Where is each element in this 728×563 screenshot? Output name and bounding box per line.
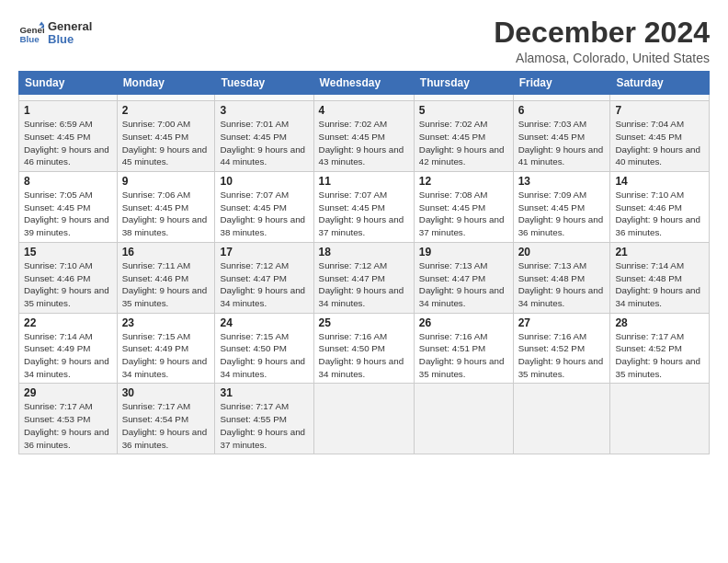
table-cell: 29 Sunrise: 7:17 AMSunset: 4:53 PMDaylig… xyxy=(19,384,118,454)
table-cell: 26 Sunrise: 7:16 AMSunset: 4:51 PMDaylig… xyxy=(414,313,513,384)
day-info: Sunrise: 7:01 AMSunset: 4:45 PMDaylight:… xyxy=(220,119,305,167)
table-cell: 31 Sunrise: 7:17 AMSunset: 4:55 PMDaylig… xyxy=(215,384,313,454)
day-number: 28 xyxy=(615,316,704,329)
day-number: 3 xyxy=(220,104,308,117)
month-title: December 2024 xyxy=(494,17,710,49)
day-info: Sunrise: 7:02 AMSunset: 4:45 PMDaylight:… xyxy=(319,119,404,167)
day-number: 16 xyxy=(122,246,210,259)
day-number: 7 xyxy=(615,104,704,117)
table-cell: 27 Sunrise: 7:16 AMSunset: 4:52 PMDaylig… xyxy=(513,313,610,384)
title-block: December 2024 Alamosa, Colorado, United … xyxy=(494,17,710,65)
col-wednesday: Wednesday xyxy=(313,72,414,95)
day-number: 5 xyxy=(419,104,508,117)
svg-text:Blue: Blue xyxy=(19,34,40,44)
day-number: 21 xyxy=(615,246,704,259)
day-number: 15 xyxy=(24,246,112,259)
day-info: Sunrise: 7:10 AMSunset: 4:46 PMDaylight:… xyxy=(615,190,700,237)
table-cell: 20 Sunrise: 7:13 AMSunset: 4:48 PMDaylig… xyxy=(513,242,610,313)
table-row: 29 Sunrise: 7:17 AMSunset: 4:53 PMDaylig… xyxy=(19,384,710,454)
table-cell: 23 Sunrise: 7:15 AMSunset: 4:49 PMDaylig… xyxy=(117,313,215,384)
day-info: Sunrise: 7:02 AMSunset: 4:45 PMDaylight:… xyxy=(419,119,505,167)
calendar-table: Sunday Monday Tuesday Wednesday Thursday… xyxy=(18,71,710,454)
table-cell: 11 Sunrise: 7:07 AMSunset: 4:45 PMDaylig… xyxy=(313,172,414,243)
day-info: Sunrise: 7:11 AMSunset: 4:46 PMDaylight:… xyxy=(122,260,208,308)
location-subtitle: Alamosa, Colorado, United States xyxy=(494,51,710,65)
day-number: 17 xyxy=(220,246,308,259)
day-number: 12 xyxy=(419,175,508,188)
table-cell: 9 Sunrise: 7:06 AMSunset: 4:45 PMDayligh… xyxy=(117,172,215,243)
table-cell xyxy=(313,95,414,101)
day-info: Sunrise: 7:00 AMSunset: 4:45 PMDaylight:… xyxy=(122,119,208,167)
day-number: 24 xyxy=(220,316,308,329)
day-number: 8 xyxy=(24,175,112,188)
table-cell xyxy=(414,95,513,101)
day-info: Sunrise: 7:12 AMSunset: 4:47 PMDaylight:… xyxy=(220,260,305,308)
svg-marker-2 xyxy=(39,22,44,26)
logo-text-line2: Blue xyxy=(48,33,92,46)
day-info: Sunrise: 7:05 AMSunset: 4:45 PMDaylight:… xyxy=(24,190,109,237)
logo-text-line1: General xyxy=(48,20,92,33)
day-info: Sunrise: 7:14 AMSunset: 4:48 PMDaylight:… xyxy=(615,260,700,308)
day-number: 2 xyxy=(122,104,210,117)
day-number: 30 xyxy=(122,386,210,399)
day-info: Sunrise: 7:15 AMSunset: 4:50 PMDaylight:… xyxy=(220,331,305,379)
table-cell xyxy=(513,95,610,101)
day-number: 13 xyxy=(518,175,606,188)
day-info: Sunrise: 7:07 AMSunset: 4:45 PMDaylight:… xyxy=(319,190,404,237)
day-info: Sunrise: 7:17 AMSunset: 4:54 PMDaylight:… xyxy=(122,401,208,449)
table-cell xyxy=(215,95,313,101)
table-cell: 19 Sunrise: 7:13 AMSunset: 4:47 PMDaylig… xyxy=(414,242,513,313)
table-cell: 5 Sunrise: 7:02 AMSunset: 4:45 PMDayligh… xyxy=(414,101,513,172)
table-cell xyxy=(513,384,610,454)
table-cell: 30 Sunrise: 7:17 AMSunset: 4:54 PMDaylig… xyxy=(117,384,215,454)
day-number: 4 xyxy=(319,104,409,117)
table-cell: 3 Sunrise: 7:01 AMSunset: 4:45 PMDayligh… xyxy=(215,101,313,172)
table-cell xyxy=(313,384,414,454)
day-info: Sunrise: 7:07 AMSunset: 4:45 PMDaylight:… xyxy=(220,190,305,237)
table-row: 15 Sunrise: 7:10 AMSunset: 4:46 PMDaylig… xyxy=(19,242,710,313)
day-info: Sunrise: 7:17 AMSunset: 4:55 PMDaylight:… xyxy=(220,401,305,449)
col-thursday: Thursday xyxy=(414,72,513,95)
table-cell: 1 Sunrise: 6:59 AMSunset: 4:45 PMDayligh… xyxy=(19,101,118,172)
table-cell: 18 Sunrise: 7:12 AMSunset: 4:47 PMDaylig… xyxy=(313,242,414,313)
day-info: Sunrise: 7:06 AMSunset: 4:45 PMDaylight:… xyxy=(122,190,208,237)
day-info: Sunrise: 7:03 AMSunset: 4:45 PMDaylight:… xyxy=(518,119,604,167)
day-number: 19 xyxy=(419,246,508,259)
day-number: 25 xyxy=(319,316,409,329)
day-number: 31 xyxy=(220,386,308,399)
table-cell: 21 Sunrise: 7:14 AMSunset: 4:48 PMDaylig… xyxy=(610,242,710,313)
table-cell: 10 Sunrise: 7:07 AMSunset: 4:45 PMDaylig… xyxy=(215,172,313,243)
day-info: Sunrise: 7:16 AMSunset: 4:52 PMDaylight:… xyxy=(518,331,604,379)
table-row: 8 Sunrise: 7:05 AMSunset: 4:45 PMDayligh… xyxy=(19,172,710,243)
table-cell xyxy=(414,384,513,454)
day-number: 14 xyxy=(615,175,704,188)
table-cell xyxy=(117,95,215,101)
day-number: 18 xyxy=(319,246,409,259)
day-number: 29 xyxy=(24,386,112,399)
table-row: 22 Sunrise: 7:14 AMSunset: 4:49 PMDaylig… xyxy=(19,313,710,384)
table-cell: 22 Sunrise: 7:14 AMSunset: 4:49 PMDaylig… xyxy=(19,313,118,384)
day-number: 27 xyxy=(518,316,606,329)
day-info: Sunrise: 7:16 AMSunset: 4:50 PMDaylight:… xyxy=(319,331,404,379)
logo: General Blue General Blue xyxy=(18,20,92,47)
day-number: 6 xyxy=(518,104,606,117)
table-cell: 6 Sunrise: 7:03 AMSunset: 4:45 PMDayligh… xyxy=(513,101,610,172)
day-number: 22 xyxy=(24,316,112,329)
day-info: Sunrise: 7:04 AMSunset: 4:45 PMDaylight:… xyxy=(615,119,700,167)
day-info: Sunrise: 7:16 AMSunset: 4:51 PMDaylight:… xyxy=(419,331,505,379)
table-cell: 15 Sunrise: 7:10 AMSunset: 4:46 PMDaylig… xyxy=(19,242,118,313)
day-info: Sunrise: 7:08 AMSunset: 4:45 PMDaylight:… xyxy=(419,190,505,237)
day-number: 11 xyxy=(319,175,409,188)
day-number: 26 xyxy=(419,316,508,329)
day-info: Sunrise: 7:13 AMSunset: 4:47 PMDaylight:… xyxy=(419,260,505,308)
table-cell: 28 Sunrise: 7:17 AMSunset: 4:52 PMDaylig… xyxy=(610,313,710,384)
table-cell: 17 Sunrise: 7:12 AMSunset: 4:47 PMDaylig… xyxy=(215,242,313,313)
table-cell xyxy=(610,384,710,454)
page-container: General Blue General Blue December 2024 … xyxy=(0,0,728,464)
day-info: Sunrise: 6:59 AMSunset: 4:45 PMDaylight:… xyxy=(24,119,109,167)
table-cell xyxy=(19,95,118,101)
day-number: 9 xyxy=(122,175,210,188)
table-cell: 7 Sunrise: 7:04 AMSunset: 4:45 PMDayligh… xyxy=(610,101,710,172)
col-friday: Friday xyxy=(513,72,610,95)
table-cell: 4 Sunrise: 7:02 AMSunset: 4:45 PMDayligh… xyxy=(313,101,414,172)
